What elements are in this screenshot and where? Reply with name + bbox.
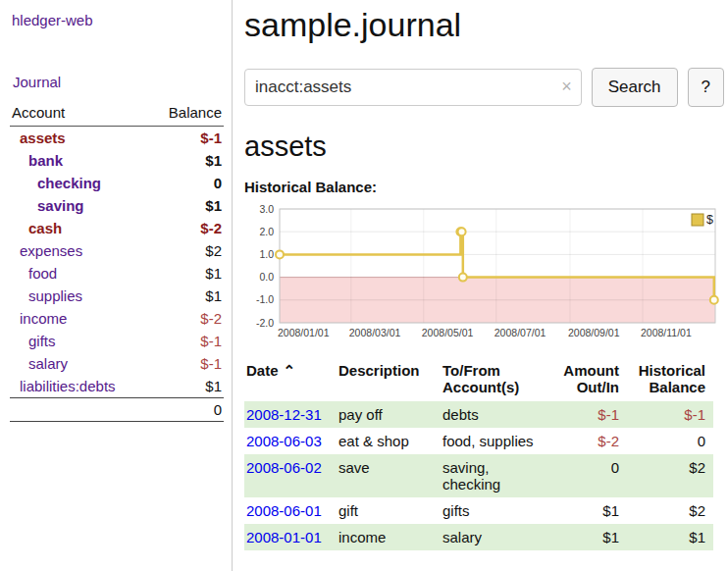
accounts-total-balance: 0: [149, 398, 224, 422]
svg-text:1.0: 1.0: [259, 248, 274, 260]
data-point-marker: [459, 274, 467, 282]
register-cell-date: 2008-06-03: [244, 428, 338, 454]
page-title: sample.journal: [244, 6, 724, 44]
sidebar-account-saving[interactable]: saving: [37, 197, 84, 214]
register-cell-balance: $2: [627, 454, 713, 497]
sidebar-account-income[interactable]: income: [20, 310, 67, 327]
accounts-table: Account Balance assets$-1bank$1checking0…: [10, 102, 224, 422]
search-input[interactable]: [244, 69, 582, 106]
register-header-amount-out-in: Amount Out/In: [545, 360, 627, 401]
register-header-label: Historical Balance: [639, 362, 705, 395]
clear-search-icon[interactable]: ×: [561, 77, 572, 98]
transaction-date-link[interactable]: 2008-06-01: [246, 502, 322, 519]
svg-text:-2.0: -2.0: [256, 317, 274, 329]
sidebar-account-expenses[interactable]: expenses: [20, 242, 82, 259]
app-root: hledger-web Journal Account Balance asse…: [0, 0, 728, 571]
register-table: Date⌃DescriptionTo/From Account(s)Amount…: [244, 360, 713, 550]
search-box: ×: [244, 69, 582, 106]
register-cell-date: 2008-12-31: [244, 401, 338, 428]
register-row: 2008-06-02savesaving, checking0$2: [244, 454, 713, 497]
account-row: saving$1: [10, 194, 224, 217]
sidebar-journal-link[interactable]: Journal: [13, 74, 224, 90]
svg-text:-1.0: -1.0: [256, 293, 274, 305]
account-heading: assets: [244, 130, 724, 163]
sort-ascending-icon: ⌃: [284, 362, 296, 379]
sidebar-account-supplies[interactable]: supplies: [28, 287, 82, 304]
transaction-date-link[interactable]: 2008-06-02: [246, 459, 322, 476]
register-header-to-from-account-s: To/From Account(s): [442, 360, 545, 401]
register-cell-amount: $-2: [545, 428, 627, 454]
register-row: 2008-06-03eat & shopfood, supplies$-20: [244, 428, 713, 454]
account-row: supplies$1: [10, 285, 224, 307]
sidebar-account-checking[interactable]: checking: [37, 175, 101, 191]
sidebar-account-gifts[interactable]: gifts: [28, 333, 56, 349]
sidebar-account-salary[interactable]: salary: [28, 355, 68, 372]
register-cell-accounts: saving, checking: [442, 454, 545, 497]
account-row: checking0: [10, 172, 224, 194]
help-button[interactable]: ?: [688, 68, 724, 107]
register-header-label: To/From Account(s): [442, 362, 519, 395]
register-cell-date: 2008-06-02: [244, 454, 338, 497]
register-cell-description: income: [338, 524, 442, 550]
register-cell-balance: $1: [627, 524, 713, 550]
account-balance: 0: [149, 172, 224, 194]
chart-title: Historical Balance:: [244, 179, 724, 195]
register-cell-balance: $2: [627, 497, 713, 524]
account-row: salary$-1: [10, 352, 224, 375]
sidebar-account-bank[interactable]: bank: [28, 152, 63, 169]
register-cell-amount: 0: [545, 454, 627, 497]
account-row: expenses$2: [10, 239, 224, 262]
register-cell-description: save: [338, 454, 442, 497]
register-header-row: Date⌃DescriptionTo/From Account(s)Amount…: [244, 360, 713, 401]
register-cell-description: eat & shop: [338, 428, 442, 454]
data-point-marker: [276, 250, 284, 258]
register-row: 2008-06-01giftgifts$1$2: [244, 497, 713, 524]
svg-text:2008/05/01: 2008/05/01: [422, 327, 474, 338]
svg-text:2008/11/01: 2008/11/01: [641, 327, 692, 338]
accounts-total-spacer: [10, 398, 149, 422]
svg-text:2008/01/01: 2008/01/01: [278, 327, 330, 338]
search-form: × Search ?: [244, 68, 724, 107]
transaction-date-link[interactable]: 2008-06-03: [246, 433, 322, 449]
balance-chart-svg: 3.02.01.00.0-1.0-2.02008/01/012008/03/01…: [244, 201, 721, 344]
register-header-label: Description: [338, 362, 420, 379]
account-balance: $2: [149, 239, 224, 262]
register-row: 2008-12-31pay offdebts$-1$-1: [244, 401, 713, 428]
account-balance: $-2: [149, 307, 224, 330]
register-cell-amount: $1: [545, 497, 627, 524]
transaction-date-link[interactable]: 2008-12-31: [246, 406, 322, 423]
sidebar-account-cash[interactable]: cash: [28, 220, 62, 236]
account-balance: $1: [149, 375, 224, 398]
account-row: income$-2: [10, 307, 224, 330]
app-title-link[interactable]: hledger-web: [12, 12, 224, 28]
register-cell-accounts: salary: [442, 524, 545, 550]
search-button[interactable]: Search: [592, 68, 678, 107]
account-row: assets$-1: [10, 127, 224, 150]
account-balance: $1: [149, 149, 224, 172]
account-balance: $1: [149, 285, 224, 307]
account-balance: $-2: [149, 217, 224, 239]
svg-text:2008/07/01: 2008/07/01: [494, 327, 546, 338]
register-cell-date: 2008-06-01: [244, 497, 338, 524]
register-cell-amount: $-1: [545, 401, 627, 428]
register-header-label: Amount Out/In: [563, 362, 619, 395]
sidebar-account-assets[interactable]: assets: [20, 130, 66, 146]
account-row: bank$1: [10, 149, 224, 172]
account-balance: $1: [149, 262, 224, 285]
register-cell-accounts: gifts: [442, 497, 545, 524]
account-balance: $-1: [149, 330, 224, 352]
accounts-header-balance: Balance: [149, 102, 224, 127]
transaction-date-link[interactable]: 2008-01-01: [246, 529, 322, 545]
account-row: gifts$-1: [10, 330, 224, 352]
account-balance: $-1: [149, 127, 224, 150]
sidebar-account-food[interactable]: food: [28, 265, 57, 282]
sidebar-account-liabilities-debts[interactable]: liabilities:debts: [20, 378, 116, 394]
data-point-marker: [710, 296, 718, 304]
sidebar: hledger-web Journal Account Balance asse…: [0, 0, 233, 571]
register-header-date[interactable]: Date⌃: [244, 360, 338, 401]
account-balance: $-1: [149, 352, 224, 375]
legend-swatch: [692, 214, 703, 226]
accounts-total-row: 0: [10, 398, 224, 422]
register-cell-date: 2008-01-01: [244, 524, 338, 550]
accounts-header-row: Account Balance: [10, 102, 224, 127]
